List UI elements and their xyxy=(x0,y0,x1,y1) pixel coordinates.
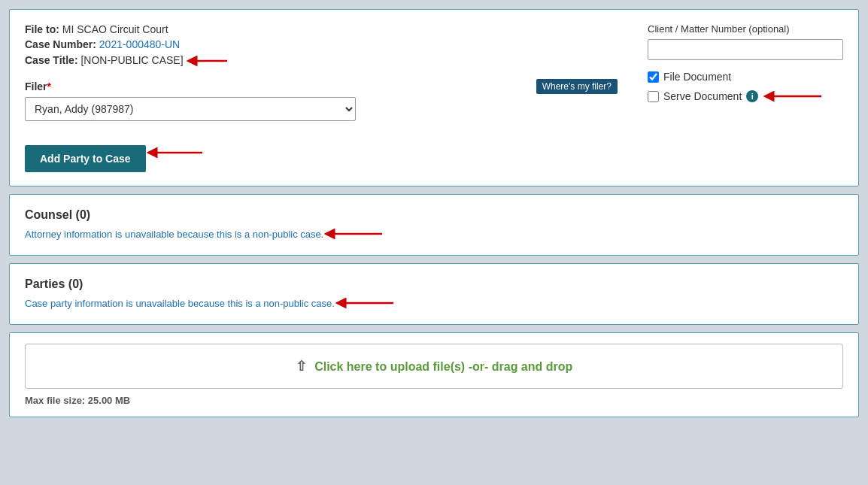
case-title-arrow xyxy=(186,53,231,68)
case-title-label: Case Title: xyxy=(25,54,78,66)
case-title-row: Case Title: [NON-PUBLIC CASE] xyxy=(25,53,618,68)
main-container: File to: MI SCAO Circuit Court Case Numb… xyxy=(9,9,859,417)
serve-document-label: Serve Document xyxy=(663,90,742,102)
wheres-my-filer-button[interactable]: Where's my filer? xyxy=(536,79,618,94)
client-matter-input[interactable] xyxy=(648,39,843,60)
serve-document-row: Serve Document i xyxy=(648,89,843,104)
upload-icon: ⇧ xyxy=(296,359,307,374)
serve-document-checkbox[interactable] xyxy=(648,91,659,102)
add-party-row: Add Party to Case xyxy=(25,133,618,172)
filer-select[interactable]: Ryan, Addy (987987) xyxy=(25,97,356,121)
filer-label-row: Filer* Where's my filer? xyxy=(25,79,618,94)
filer-label: Filer* xyxy=(25,80,51,92)
filer-required: * xyxy=(47,80,51,92)
serve-document-info-icon[interactable]: i xyxy=(746,90,758,102)
top-panel-left: File to: MI SCAO Circuit Court Case Numb… xyxy=(25,23,618,172)
file-to-label: File to: xyxy=(25,23,59,35)
max-file-label: Max file size: 25.00 MB xyxy=(25,395,843,406)
client-matter-label: Client / Matter Number (optional) xyxy=(648,23,843,35)
counsel-message-row: Attorney information is unavailable beca… xyxy=(25,226,843,241)
filer-section: Filer* Where's my filer? Ryan, Addy (987… xyxy=(25,79,618,121)
parties-message: Case party information is unavailable be… xyxy=(25,298,335,309)
file-to-row: File to: MI SCAO Circuit Court xyxy=(25,23,618,35)
counsel-title: Counsel (0) xyxy=(25,208,843,222)
case-title-value: [NON-PUBLIC CASE] xyxy=(80,54,183,66)
counsel-panel: Counsel (0) Attorney information is unav… xyxy=(9,194,859,256)
top-panel: File to: MI SCAO Circuit Court Case Numb… xyxy=(9,9,859,186)
top-panel-right: Client / Matter Number (optional) File D… xyxy=(633,23,843,172)
parties-panel: Parties (0) Case party information is un… xyxy=(9,263,859,325)
add-party-button[interactable]: Add Party to Case xyxy=(25,145,146,172)
parties-title: Parties (0) xyxy=(25,277,843,291)
upload-panel: ⇧ Click here to upload file(s) -or- drag… xyxy=(9,332,859,417)
case-number-value: 2021-000480-UN xyxy=(99,38,180,50)
file-to-value: MI SCAO Circuit Court xyxy=(62,23,168,35)
file-document-row: File Document xyxy=(648,71,843,83)
case-number-row: Case Number: 2021-000480-UN xyxy=(25,38,618,50)
upload-zone[interactable]: ⇧ Click here to upload file(s) -or- drag… xyxy=(25,344,843,389)
add-party-arrow xyxy=(146,144,206,162)
counsel-message: Attorney information is unavailable beca… xyxy=(25,229,323,240)
file-document-label: File Document xyxy=(663,71,731,83)
parties-arrow xyxy=(335,296,395,311)
parties-message-row: Case party information is unavailable be… xyxy=(25,296,843,311)
serve-document-arrow xyxy=(763,89,823,104)
file-document-checkbox[interactable] xyxy=(648,71,659,83)
counsel-arrow xyxy=(323,226,384,241)
case-number-label: Case Number: xyxy=(25,38,96,50)
upload-text: ⇧ Click here to upload file(s) -or- drag… xyxy=(296,360,573,373)
